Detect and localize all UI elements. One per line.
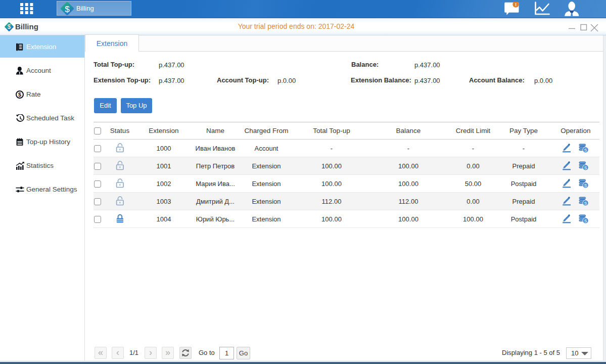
- svg-text:!: !: [515, 2, 517, 7]
- svg-text:$: $: [65, 5, 70, 14]
- svg-text:$: $: [8, 23, 11, 30]
- svg-text:$: $: [18, 92, 21, 98]
